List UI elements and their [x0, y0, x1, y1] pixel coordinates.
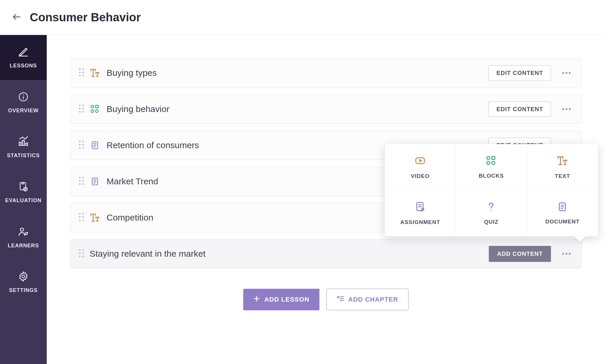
svg-point-70 — [82, 220, 84, 221]
svg-rect-7 — [26, 143, 27, 145]
svg-rect-97 — [492, 156, 495, 159]
svg-point-39 — [79, 141, 81, 142]
svg-point-31 — [82, 111, 84, 113]
more-icon[interactable] — [560, 105, 573, 113]
svg-point-66 — [82, 213, 84, 214]
svg-point-29 — [82, 108, 84, 109]
svg-point-57 — [82, 183, 84, 185]
popover-label: DOCUMENT — [545, 218, 580, 225]
text-type-icon — [90, 68, 100, 78]
text-type-icon — [90, 212, 100, 223]
lesson-row[interactable]: Buying types EDIT CONTENT — [70, 58, 582, 88]
popover-label: VIDEO — [411, 173, 430, 179]
svg-rect-94 — [416, 158, 425, 164]
document-type-icon — [90, 176, 100, 187]
sidebar-item-learners[interactable]: LEARNERS — [0, 215, 47, 260]
svg-point-41 — [79, 144, 81, 145]
drag-handle-icon[interactable] — [79, 176, 84, 186]
sidebar-item-lessons[interactable]: LESSONS — [0, 35, 47, 80]
video-icon — [414, 155, 426, 168]
bottom-actions: ADD LESSON ADD CHAPTER — [70, 289, 582, 310]
add-lesson-button[interactable]: ADD LESSON — [243, 289, 319, 310]
svg-point-13 — [79, 68, 81, 70]
svg-rect-5 — [19, 142, 21, 145]
svg-point-82 — [79, 256, 81, 257]
popover-option-quiz[interactable]: QUIZ — [456, 190, 527, 236]
svg-point-16 — [82, 71, 84, 73]
popover-option-document[interactable]: DOCUMENT — [527, 190, 598, 236]
svg-point-27 — [82, 104, 84, 106]
more-icon[interactable] — [560, 69, 573, 77]
sidebar-item-overview[interactable]: OVERVIEW — [0, 80, 47, 125]
sidebar-item-label: EVALUATION — [5, 197, 41, 204]
add-chapter-button[interactable]: ADD CHAPTER — [326, 289, 408, 310]
popover-option-assignment[interactable]: ASSIGNMENT — [385, 190, 456, 236]
sidebar-item-label: LEARNERS — [8, 243, 39, 249]
svg-point-96 — [487, 156, 490, 159]
svg-point-15 — [79, 71, 81, 73]
svg-rect-98 — [487, 161, 490, 164]
sidebar-item-label: LESSONS — [10, 63, 37, 69]
svg-point-25 — [569, 72, 571, 74]
popover-label: ASSIGNMENT — [400, 219, 440, 225]
svg-point-17 — [79, 75, 81, 76]
lesson-title: Buying behavior — [107, 104, 488, 114]
svg-rect-99 — [492, 161, 495, 164]
drag-handle-icon[interactable] — [79, 140, 84, 150]
popover-option-video[interactable]: VIDEO — [385, 144, 456, 190]
svg-point-79 — [82, 249, 84, 251]
drag-handle-icon[interactable] — [79, 68, 84, 78]
main-content: Buying types EDIT CONTENT Buying behavio… — [47, 35, 605, 364]
lesson-title: Buying types — [107, 68, 488, 78]
edit-content-button[interactable]: EDIT CONTENT — [488, 65, 551, 81]
svg-point-28 — [79, 108, 81, 109]
drag-handle-icon[interactable] — [79, 249, 84, 259]
page-title: Consumer Behavior — [30, 11, 141, 24]
info-icon — [18, 91, 29, 104]
back-arrow-icon[interactable] — [12, 12, 22, 23]
svg-point-84 — [562, 253, 564, 255]
svg-point-10 — [20, 228, 24, 231]
popover-option-text[interactable]: TEXT — [527, 144, 598, 190]
lesson-row[interactable]: Buying behavior EDIT CONTENT — [70, 94, 582, 124]
svg-point-44 — [82, 147, 84, 149]
svg-point-78 — [79, 249, 81, 251]
edit-content-button[interactable]: EDIT CONTENT — [488, 102, 551, 117]
add-lesson-label: ADD LESSON — [264, 296, 309, 303]
chapter-row[interactable]: Staying relevant in the market ADD CONTE… — [70, 239, 582, 268]
svg-point-14 — [82, 68, 84, 70]
header: Consumer Behavior — [0, 0, 605, 35]
popover-label: QUIZ — [484, 219, 498, 225]
drag-handle-icon[interactable] — [79, 104, 84, 114]
svg-point-12 — [22, 275, 25, 278]
svg-point-30 — [79, 111, 81, 113]
svg-point-18 — [82, 75, 84, 76]
sidebar-item-statistics[interactable]: STATISTICS — [0, 125, 47, 170]
popover-label: TEXT — [555, 173, 570, 179]
svg-point-36 — [562, 108, 564, 110]
blocks-icon — [486, 155, 497, 167]
popover-label: BLOCKS — [479, 173, 504, 179]
svg-rect-6 — [22, 140, 24, 145]
svg-rect-33 — [95, 105, 98, 108]
drag-handle-icon[interactable] — [79, 213, 84, 223]
popover-option-blocks[interactable]: BLOCKS — [456, 144, 527, 190]
svg-point-83 — [82, 256, 84, 257]
svg-point-52 — [79, 177, 81, 178]
sidebar-item-label: OVERVIEW — [8, 108, 39, 114]
sidebar-item-label: STATISTICS — [7, 153, 40, 159]
add-content-button[interactable]: ADD CONTENT — [489, 246, 551, 262]
svg-point-32 — [91, 105, 94, 108]
svg-point-56 — [79, 183, 81, 185]
svg-marker-95 — [420, 160, 422, 162]
more-icon[interactable] — [560, 249, 573, 258]
svg-rect-34 — [91, 110, 94, 112]
chart-icon — [18, 136, 29, 148]
document-type-icon — [90, 140, 100, 150]
sidebar-item-evaluation[interactable]: EVALUATION — [0, 170, 47, 215]
svg-point-24 — [566, 72, 568, 74]
quiz-icon — [486, 201, 497, 214]
sidebar-item-settings[interactable]: SETTINGS — [0, 260, 47, 304]
sidebar: LESSONS OVERVIEW STATISTICS EVALUATION L — [0, 35, 47, 364]
blocks-type-icon — [90, 104, 100, 114]
